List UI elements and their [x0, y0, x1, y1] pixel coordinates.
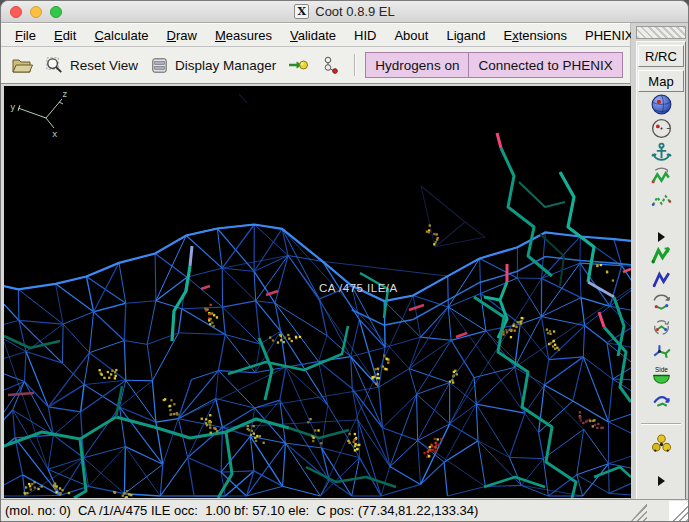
- hydrogens-on-badge: Hydrogens on: [366, 53, 468, 77]
- menu-draw[interactable]: Draw: [158, 25, 206, 46]
- window-title-group: X Coot 0.8.9 EL: [294, 4, 395, 19]
- coot-window: X Coot 0.8.9 EL FileEditCalculateDrawMea…: [0, 0, 689, 522]
- reset-view-button[interactable]: Reset View: [41, 53, 141, 78]
- fixed-atoms-icon: [650, 141, 673, 164]
- torsion-general-icon: [650, 316, 673, 339]
- modelling-tool-panel: R/RC Map Side: [636, 41, 686, 499]
- close-button[interactable]: [10, 6, 22, 18]
- menu-edit[interactable]: Edit: [45, 25, 85, 46]
- menu-bar: FileEditCalculateDrawMeasuresValidateHID…: [1, 23, 630, 47]
- refine-rc-button[interactable]: R/RC: [638, 45, 684, 67]
- menu-ligand[interactable]: Ligand: [437, 25, 494, 46]
- fixed-atoms-button[interactable]: [638, 140, 684, 164]
- more-tools-expander-button[interactable]: [638, 231, 684, 243]
- sidebar-separator: [641, 423, 681, 425]
- rotate-translate-zone-icon: [650, 292, 673, 315]
- rotamers-icon: [650, 268, 673, 291]
- menu-calculate[interactable]: Calculate: [85, 25, 157, 46]
- menu-extensions[interactable]: Extensions: [494, 25, 576, 46]
- rotate-translate-zone-button[interactable]: [638, 291, 684, 315]
- atom-label: CA /475 ILE/A: [319, 282, 398, 294]
- x11-app-icon: X: [294, 4, 309, 19]
- rotamers-button[interactable]: [638, 267, 684, 291]
- axis-y-label: y: [10, 102, 16, 112]
- molecule-icon: [320, 54, 342, 76]
- status-bar: (mol. no: 0) CA /1/A/475 ILE occ: 1.00 b…: [1, 499, 688, 521]
- mutate-and-autofit-icon: [650, 432, 673, 455]
- open-coordinates-button[interactable]: [8, 52, 36, 78]
- regularize-zone-icon: [650, 189, 673, 212]
- gl-canvas[interactable]: zyxCA /475 ILE/A: [4, 86, 631, 498]
- minimize-button[interactable]: [30, 6, 42, 18]
- sphere-refine-icon: [650, 93, 673, 116]
- reset-view-label: Reset View: [70, 58, 138, 73]
- display-manager-label: Display Manager: [175, 58, 276, 73]
- auto-fit-rotamer-icon: [650, 244, 673, 267]
- menu-file[interactable]: File: [6, 25, 45, 46]
- window-title: Coot 0.8.9 EL: [315, 4, 395, 19]
- menu-measures[interactable]: Measures: [206, 25, 281, 46]
- real-space-refine-zone-button[interactable]: [638, 164, 684, 188]
- axis-z-label: z: [62, 89, 67, 99]
- sphere-refine-button[interactable]: [638, 92, 684, 116]
- open-folder-icon: [11, 54, 33, 76]
- mutate-and-autofit-button[interactable]: [638, 431, 684, 455]
- zoom-button[interactable]: [50, 6, 62, 18]
- targeted-refine-button[interactable]: [638, 116, 684, 140]
- auto-fit-rotamer-button[interactable]: [638, 243, 684, 267]
- targeted-refine-icon: [650, 117, 673, 140]
- display-manager-button[interactable]: Display Manager: [146, 53, 279, 78]
- edit-chi-angles-icon: [650, 340, 673, 363]
- real-space-refine-zone-icon: [650, 165, 673, 188]
- title-bar[interactable]: X Coot 0.8.9 EL: [1, 1, 688, 23]
- side-chain-180-flip-button[interactable]: Side: [638, 363, 684, 387]
- menu-validate[interactable]: Validate: [281, 25, 345, 46]
- main-toolbar: Reset View Display Manager: [1, 47, 630, 84]
- torsion-general-button[interactable]: [638, 315, 684, 339]
- gl-canvas-frame: zyxCA /475 ILE/A: [1, 84, 630, 501]
- toolbar-separator: [354, 54, 356, 76]
- phenix-connection-badge: Connected to PHENIX: [468, 53, 621, 77]
- edit-chi-angles-button[interactable]: [638, 339, 684, 363]
- menu-about[interactable]: About: [385, 25, 437, 46]
- expander-triangle-icon: [655, 231, 667, 243]
- go-to-atom-icon: [287, 54, 309, 76]
- display-manager-icon: [149, 55, 170, 76]
- status-badges: Hydrogens on Connected to PHENIX: [365, 52, 622, 78]
- toolbar-drag-grip[interactable]: [636, 26, 686, 39]
- regularize-zone-button[interactable]: [638, 188, 684, 212]
- ligand-builder-button[interactable]: [317, 52, 345, 78]
- window-resize-grip[interactable]: [669, 501, 688, 522]
- magnifier-icon: [44, 55, 65, 76]
- bottom-expander-button[interactable]: [638, 475, 684, 487]
- side-chain-180-flip-icon: Side: [650, 364, 673, 387]
- modelling-sidebar: R/RC Map Side: [631, 23, 688, 499]
- map-select-button[interactable]: Map: [638, 70, 684, 92]
- window-controls: [10, 6, 62, 18]
- go-to-atom-button[interactable]: [284, 52, 312, 78]
- expander-triangle-icon: [655, 475, 667, 487]
- jed-flip-icon: [650, 388, 673, 411]
- axis-x-label: x: [52, 129, 58, 139]
- panel-resize-grip[interactable]: [631, 503, 647, 521]
- svg-text:Side: Side: [655, 365, 668, 372]
- atom-status-readout: (mol. no: 0) CA /1/A/475 ILE occ: 1.00 b…: [1, 503, 478, 518]
- menu-hid[interactable]: HID: [345, 25, 385, 46]
- jed-flip-button[interactable]: [638, 387, 684, 411]
